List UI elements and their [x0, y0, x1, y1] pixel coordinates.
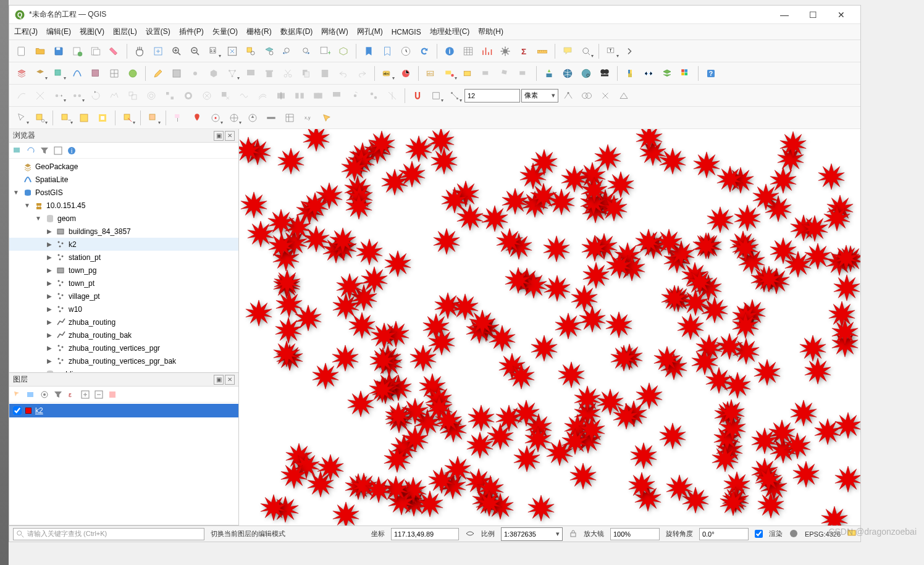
- snapping-type-icon[interactable]: [446, 87, 463, 104]
- menu-plugins[interactable]: 插件(P): [179, 27, 204, 37]
- snapping-unit-select[interactable]: 像素: [521, 89, 558, 103]
- point-feature[interactable]: [409, 344, 437, 372]
- browser-item-station-pt[interactable]: ▶station_pt: [9, 251, 238, 264]
- point-feature[interactable]: [432, 227, 461, 256]
- point-feature[interactable]: [823, 204, 851, 232]
- point-feature[interactable]: [717, 398, 746, 427]
- manage-visibility-icon[interactable]: [39, 389, 50, 400]
- refresh-browser-icon[interactable]: [25, 145, 36, 156]
- panel-close-icon[interactable]: ✕: [225, 131, 235, 141]
- point-feature[interactable]: [723, 371, 752, 400]
- new-3d-view-icon[interactable]: [335, 43, 352, 60]
- properties-icon[interactable]: i: [66, 145, 77, 156]
- map-canvas[interactable]: [239, 129, 860, 525]
- point-feature[interactable]: [817, 162, 846, 191]
- point-feature[interactable]: [779, 130, 807, 159]
- gps-tool-icon[interactable]: [559, 65, 576, 82]
- menu-edit[interactable]: 编辑(E): [46, 27, 71, 37]
- rotate-label-icon[interactable]: [497, 65, 514, 82]
- topology-editing-icon[interactable]: [32, 87, 49, 104]
- browser-item-postgis[interactable]: ▼PostGIS: [9, 186, 238, 199]
- modify-attributes-icon[interactable]: [242, 65, 259, 82]
- scale-bar-icon[interactable]: [262, 109, 280, 127]
- point-feature[interactable]: [364, 475, 393, 504]
- snapping-tolerance-input[interactable]: 12: [464, 89, 520, 103]
- layout-manager-icon[interactable]: [87, 43, 104, 60]
- point-feature[interactable]: [259, 493, 288, 522]
- coord-input[interactable]: 117.13,49.89: [391, 528, 459, 540]
- point-feature[interactable]: [398, 160, 426, 188]
- browser-tree[interactable]: GeoPackageSpatiaLite▼PostGIS▼10.0.151.45…: [9, 159, 238, 372]
- layer-tree-icon[interactable]: [658, 65, 676, 82]
- unpin-feature-icon[interactable]: [188, 109, 206, 127]
- filter-layer-icon[interactable]: [145, 109, 162, 127]
- point-feature[interactable]: [753, 358, 781, 387]
- point-feature[interactable]: [629, 442, 658, 470]
- show-pinned-icon[interactable]: [460, 65, 477, 82]
- browser-item-zhuba-routing-bak[interactable]: ▶zhuba_routing_bak: [9, 329, 238, 341]
- zoom-next-icon[interactable]: [298, 43, 315, 60]
- point-feature[interactable]: [560, 165, 589, 193]
- point-feature[interactable]: [302, 129, 330, 153]
- undo-icon[interactable]: [335, 65, 352, 82]
- snapping-mode-icon[interactable]: [427, 87, 445, 104]
- measure-icon[interactable]: [534, 43, 551, 60]
- point-feature[interactable]: [280, 461, 308, 490]
- simplify-icon[interactable]: [106, 87, 123, 104]
- merge-attributes-icon[interactable]: [328, 87, 345, 104]
- point-feature[interactable]: [368, 375, 397, 404]
- point-feature[interactable]: [443, 455, 472, 483]
- topological-editing-icon[interactable]: [560, 87, 577, 104]
- point-feature[interactable]: [239, 136, 262, 164]
- toggle-editing-icon[interactable]: [149, 65, 167, 82]
- offset-point-icon[interactable]: [365, 87, 382, 104]
- rotation-input[interactable]: 0.0°: [699, 528, 749, 540]
- browser-item-village-pt[interactable]: ▶village_pt: [9, 290, 238, 303]
- rotate-feature-icon[interactable]: [87, 87, 104, 104]
- point-feature[interactable]: [335, 272, 364, 301]
- add-ring-icon[interactable]: [143, 87, 160, 104]
- browser-item-geopackage[interactable]: GeoPackage: [9, 160, 238, 173]
- rotate-point-icon[interactable]: [346, 87, 364, 104]
- point-feature[interactable]: [731, 234, 760, 262]
- point-feature[interactable]: [834, 465, 860, 493]
- point-feature[interactable]: [769, 236, 797, 265]
- processing-toolbox-icon[interactable]: [497, 43, 514, 60]
- data-source-manager-icon[interactable]: [13, 65, 30, 82]
- magnifier-input[interactable]: 100%: [610, 528, 660, 540]
- delete-part-icon[interactable]: [217, 87, 234, 104]
- identify-icon[interactable]: i: [441, 43, 458, 60]
- browser-item-buildings-84-3857[interactable]: ▶buildings_84_3857: [9, 225, 238, 238]
- minimize-button[interactable]: —: [770, 6, 799, 24]
- plugin-manager-icon[interactable]: [596, 65, 613, 82]
- remove-layer-icon[interactable]: [107, 389, 118, 400]
- close-button[interactable]: ✕: [827, 6, 855, 24]
- style-manager-icon[interactable]: [106, 43, 123, 60]
- panel-float-icon[interactable]: ▣: [214, 375, 224, 385]
- point-feature[interactable]: [754, 465, 783, 493]
- point-feature[interactable]: [245, 299, 273, 327]
- toolbar-overflow-icon[interactable]: [621, 43, 639, 60]
- field-calculator-icon[interactable]: Σ: [515, 43, 532, 60]
- point-feature[interactable]: [755, 265, 783, 293]
- filter-browser-icon[interactable]: [39, 145, 50, 156]
- annotation-tool-icon[interactable]: T: [603, 43, 620, 60]
- decorations-icon[interactable]: [225, 109, 243, 127]
- panel-float-icon[interactable]: ▣: [214, 131, 224, 141]
- point-feature[interactable]: [716, 165, 744, 193]
- menu-mesh[interactable]: 网孔(M): [357, 27, 383, 37]
- python-console-icon[interactable]: [621, 65, 639, 82]
- point-feature[interactable]: [512, 399, 540, 427]
- diagram-tool-icon[interactable]: [397, 65, 414, 82]
- expression-filter-icon[interactable]: ε: [66, 389, 77, 400]
- change-label-icon[interactable]: [515, 65, 532, 82]
- reload-plugins-icon[interactable]: [640, 65, 657, 82]
- expand-all-icon[interactable]: [80, 389, 91, 400]
- select-by-location-icon[interactable]: [119, 109, 136, 127]
- point-feature[interactable]: [769, 166, 797, 195]
- point-feature[interactable]: [316, 453, 345, 482]
- north-arrow-icon[interactable]: [244, 109, 261, 127]
- enable-snapping-icon[interactable]: [409, 87, 426, 104]
- layer-style-icon[interactable]: [12, 389, 23, 400]
- browser-item-public[interactable]: public: [9, 367, 238, 372]
